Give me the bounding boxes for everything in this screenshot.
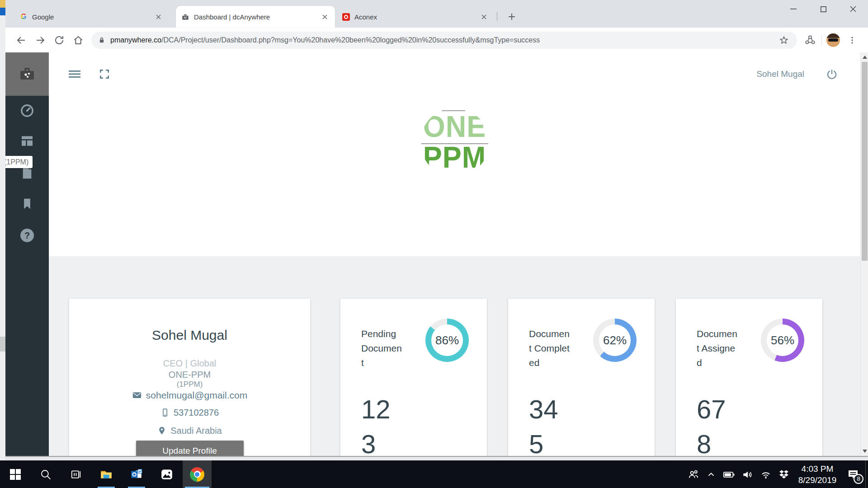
app-main: Sohel Mugal ONE PPM — [49, 52, 860, 456]
page-scrollbar[interactable] — [860, 52, 868, 456]
show-desktop-button[interactable] — [865, 460, 868, 488]
mobile-phone-icon — [160, 408, 170, 417]
stat-value: 123 — [361, 392, 402, 456]
update-profile-button[interactable]: Update Profile — [136, 441, 244, 456]
sidebar-item-projects[interactable] — [5, 134, 49, 148]
browser-window: G Google Dashboard | dcAnywhere Aconex — [5, 0, 868, 460]
google-favicon: G — [19, 13, 28, 21]
system-tray: 4:03 PM 8/29/2019 8 — [688, 460, 861, 488]
extension-icon[interactable] — [802, 32, 818, 48]
tab-strip: G Google Dashboard | dcAnywhere Aconex — [5, 0, 868, 28]
notification-badge: 8 — [854, 474, 863, 484]
profile-card: Sohel Mugal CEO | Global ONE-PPM (1PPM) … — [69, 299, 310, 456]
address-bar[interactable]: pmanywhere.co/DCA/Project/user/Dashboard… — [91, 32, 797, 49]
taskbar-photos[interactable] — [156, 460, 178, 488]
one-ppm-logo: ONE PPM — [420, 108, 489, 177]
background-scroll-fragment — [0, 337, 5, 352]
logo-text-ppm: PPM — [420, 142, 489, 173]
hero-section: ONE PPM — [49, 96, 860, 256]
tab-aconex[interactable]: Aconex — [336, 6, 494, 28]
sidebar-item-dashboard[interactable] — [5, 103, 49, 118]
bookmark-star-icon[interactable] — [776, 32, 792, 48]
forward-button[interactable] — [32, 32, 48, 48]
scroll-up-arrow[interactable] — [863, 56, 867, 59]
page-content: ? (1PPM) — [5, 52, 868, 456]
sidebar-app-logo[interactable] — [5, 52, 49, 96]
tab-dashboard-dcanywhere[interactable]: Dashboard | dcAnywhere — [176, 6, 335, 28]
maximize-button[interactable] — [808, 0, 838, 18]
header-user-name[interactable]: Sohel Mugal — [756, 69, 804, 79]
stat-card-pending-document: Pending Document 86% 123 — [340, 299, 487, 456]
action-center-button[interactable]: 8 — [845, 467, 861, 482]
profile-email[interactable]: sohelmugal@gmail.com — [146, 390, 247, 401]
layout-columns-icon — [20, 134, 34, 148]
dcanywhere-briefcase-favicon — [181, 13, 189, 21]
stat-card-document-assigned: Document Assigned 56% 678 — [676, 299, 822, 456]
help-icon: ? — [20, 229, 34, 242]
profile-org: ONE-PPM — [69, 369, 310, 380]
sidebar-item-help[interactable]: ? — [5, 229, 49, 242]
menu-hamburger-icon[interactable] — [69, 69, 81, 80]
sidebar-item-bookmarks[interactable] — [5, 197, 49, 211]
taskbar-search-button[interactable] — [35, 460, 57, 488]
tab-close-icon[interactable] — [320, 12, 330, 22]
background-folder-fragment — [0, 0, 5, 8]
taskbar-outlook[interactable] — [126, 460, 147, 488]
aconex-favicon — [342, 13, 350, 21]
profile-role: CEO | Global — [69, 357, 310, 369]
battery-icon[interactable] — [723, 469, 735, 480]
people-icon[interactable] — [688, 469, 699, 480]
home-button[interactable] — [70, 32, 86, 48]
back-button[interactable] — [13, 32, 29, 48]
tray-chevron-up-icon[interactable] — [706, 469, 716, 479]
url-text: pmanywhere.co/DCA/Project/user/Dashboard… — [110, 36, 774, 44]
stat-card-document-completed: Document Completed 62% 345 — [508, 299, 655, 456]
desktop: G Google Dashboard | dcAnywhere Aconex — [0, 0, 868, 488]
url-domain: pmanywhere.co — [110, 36, 161, 44]
browser-menu-icon[interactable] — [844, 32, 860, 48]
browser-toolbar: pmanywhere.co/DCA/Project/user/Dashboard… — [5, 28, 868, 52]
dropbox-icon[interactable] — [778, 469, 789, 480]
url-path: /DCA/Project/user/Dashboard.php?msg=You%… — [161, 36, 540, 44]
task-view-button[interactable] — [65, 460, 87, 488]
lock-icon[interactable] — [98, 36, 106, 44]
start-button[interactable] — [5, 460, 26, 488]
background-window-sliver — [0, 0, 5, 460]
taskbar-file-explorer[interactable] — [95, 460, 117, 488]
volume-icon[interactable] — [741, 469, 753, 480]
taskbar-chrome[interactable] — [183, 460, 212, 488]
reload-button[interactable] — [51, 32, 67, 48]
bookmark-icon — [20, 197, 34, 211]
close-window-button[interactable] — [838, 0, 868, 18]
clock-time: 4:03 PM — [796, 463, 839, 474]
gauge-icon — [19, 103, 35, 118]
taskbar-clock[interactable]: 4:03 PM 8/29/2019 — [796, 463, 839, 486]
background-titlebar-fragment — [0, 8, 5, 15]
tab-separator — [497, 12, 497, 21]
app-header: Sohel Mugal — [49, 52, 860, 96]
tab-google[interactable]: G Google — [14, 6, 169, 28]
profile-avatar[interactable] — [826, 33, 840, 47]
scrollbar-thumb[interactable] — [862, 62, 868, 261]
profile-phone: 537102876 — [174, 408, 219, 418]
tab-close-icon[interactable] — [153, 12, 163, 22]
tab-close-icon[interactable] — [479, 12, 489, 22]
new-tab-button[interactable] — [502, 7, 521, 26]
scroll-down-arrow[interactable] — [863, 450, 867, 453]
app-sidebar: ? — [5, 52, 49, 456]
logout-power-icon[interactable] — [826, 68, 838, 80]
minimize-button[interactable] — [778, 0, 808, 18]
windows-taskbar: 4:03 PM 8/29/2019 8 — [0, 460, 868, 488]
fullscreen-icon[interactable] — [99, 68, 110, 80]
wifi-icon[interactable] — [760, 469, 772, 480]
toolbar-divider — [821, 35, 822, 45]
tab-title: Aconex — [354, 13, 474, 21]
donut-gauge: 62% — [593, 319, 637, 362]
clock-date: 8/29/2019 — [796, 474, 839, 486]
stat-value: 678 — [697, 392, 737, 456]
stat-percent: 62% — [593, 319, 637, 362]
stat-percent: 86% — [425, 319, 469, 362]
stat-label: Document Completed — [529, 327, 571, 370]
profile-name: Sohel Mugal — [69, 327, 310, 344]
tab-title: Dashboard | dcAnywhere — [194, 13, 315, 21]
